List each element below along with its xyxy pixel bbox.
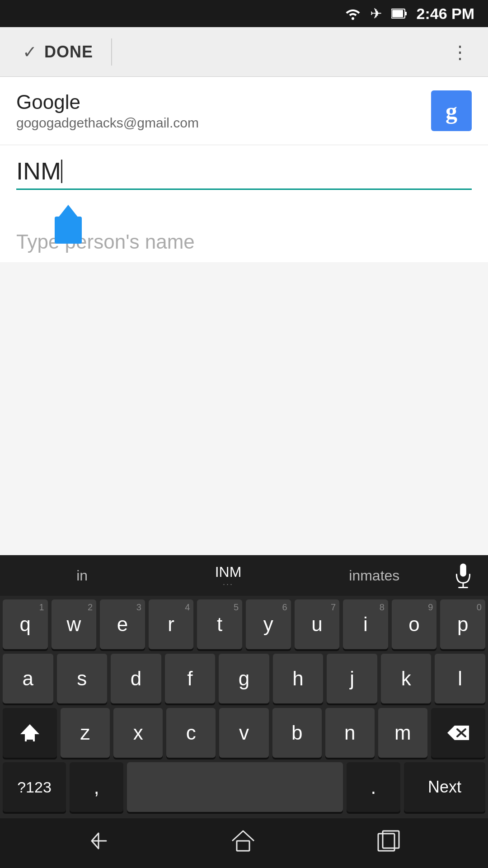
next-key[interactable]: Next: [404, 762, 485, 812]
key-j[interactable]: j: [327, 654, 377, 703]
suggestion-inmates[interactable]: inmates: [301, 555, 447, 596]
key-w[interactable]: 2w: [52, 599, 97, 649]
symbols-key[interactable]: ?123: [3, 762, 66, 812]
account-email: gogogadgethacks@gmail.com: [16, 115, 199, 131]
delete-icon: [446, 724, 471, 742]
key-l[interactable]: l: [435, 654, 485, 703]
key-i[interactable]: 8i: [343, 599, 388, 649]
key-q[interactable]: 1q: [3, 599, 48, 649]
name-input-section: INM Type person's name: [0, 145, 488, 262]
text-cursor: [61, 160, 62, 183]
key-e[interactable]: 3e: [100, 599, 145, 649]
cursor-handle-square: [55, 217, 82, 244]
key-o[interactable]: 9o: [392, 599, 437, 649]
svg-rect-3: [392, 10, 403, 17]
key-v[interactable]: v: [219, 708, 268, 758]
account-info: Google gogogadgethacks@gmail.com: [16, 91, 199, 131]
key-s[interactable]: s: [57, 654, 108, 703]
shift-key[interactable]: [3, 708, 57, 758]
key-r[interactable]: 4r: [149, 599, 194, 649]
key-y[interactable]: 6y: [246, 599, 291, 649]
status-time: 2:46 PM: [417, 5, 475, 23]
svg-rect-13: [237, 841, 249, 851]
account-section: Google gogogadgethacks@gmail.com g: [0, 77, 488, 145]
done-label: DONE: [44, 42, 93, 61]
home-button[interactable]: [230, 829, 256, 857]
suggestion-inm-container: INM ...: [215, 564, 242, 587]
key-m[interactable]: m: [378, 708, 427, 758]
recents-button[interactable]: [376, 829, 401, 857]
airplane-icon: ✈: [370, 5, 382, 22]
action-bar: ✓ DONE ⋮: [0, 27, 488, 77]
key-d[interactable]: d: [111, 654, 161, 703]
key-t[interactable]: 5t: [197, 599, 242, 649]
key-c[interactable]: c: [166, 708, 216, 758]
action-bar-divider: [111, 38, 112, 66]
key-h[interactable]: h: [273, 654, 324, 703]
back-button[interactable]: [87, 830, 110, 857]
name-input-text: INM: [16, 159, 61, 183]
mic-button[interactable]: [447, 560, 479, 591]
shift-icon: [19, 722, 40, 743]
suggestions-bar: in INM ... inmates: [0, 555, 488, 596]
content-area: [0, 262, 488, 555]
suggestion-in[interactable]: in: [9, 555, 155, 596]
name-input-placeholder: Type person's name: [16, 231, 472, 253]
key-row-1: 1q 2w 3e 4r 5t 6y 7u 8i 9o 0p: [3, 599, 485, 649]
overflow-menu-button[interactable]: ⋮: [446, 37, 474, 67]
back-icon: [87, 830, 110, 852]
key-p[interactable]: 0p: [440, 599, 485, 649]
cursor-handle-triangle: [58, 205, 78, 217]
svg-marker-7: [20, 724, 39, 741]
mic-icon: [452, 562, 474, 589]
delete-key[interactable]: [431, 708, 485, 758]
home-icon: [230, 829, 256, 853]
status-bar: ✈ 2:46 PM: [0, 0, 488, 27]
svg-rect-4: [460, 563, 466, 576]
comma-key[interactable]: ,: [70, 762, 123, 812]
key-u[interactable]: 7u: [295, 599, 340, 649]
space-key[interactable]: [127, 762, 343, 812]
battery-icon: [391, 8, 408, 19]
period-key[interactable]: .: [347, 762, 400, 812]
key-z[interactable]: z: [61, 708, 110, 758]
key-a[interactable]: a: [3, 654, 53, 703]
key-g[interactable]: g: [219, 654, 269, 703]
key-n[interactable]: n: [325, 708, 375, 758]
wifi-icon: [345, 7, 361, 20]
google-icon: g: [431, 90, 472, 131]
account-name: Google: [16, 91, 199, 113]
key-row-4: ?123 , . Next: [3, 762, 485, 812]
done-button[interactable]: ✓ DONE: [14, 38, 102, 66]
key-k[interactable]: k: [381, 654, 432, 703]
svg-point-0: [352, 17, 354, 20]
recents-icon: [376, 829, 401, 853]
svg-rect-8: [27, 740, 33, 741]
key-f[interactable]: f: [165, 654, 216, 703]
nav-bar: [0, 818, 488, 868]
key-b[interactable]: b: [272, 708, 322, 758]
svg-rect-2: [405, 12, 407, 15]
google-g-letter: g: [446, 98, 457, 124]
key-row-3: z x c v b n m: [3, 708, 485, 758]
done-checkmark-icon: ✓: [23, 42, 37, 62]
suggestion-inm-dots: ...: [223, 578, 234, 587]
keyboard-keys: 1q 2w 3e 4r 5t 6y 7u 8i 9o 0p a s d f g …: [0, 596, 488, 812]
key-x[interactable]: x: [113, 708, 163, 758]
key-row-2: a s d f g h j k l: [3, 654, 485, 703]
name-field-wrapper: INM: [16, 159, 472, 194]
keyboard: in INM ... inmates 1q 2w 3e 4r 5t 6: [0, 555, 488, 818]
suggestion-INM[interactable]: INM ...: [155, 555, 301, 596]
